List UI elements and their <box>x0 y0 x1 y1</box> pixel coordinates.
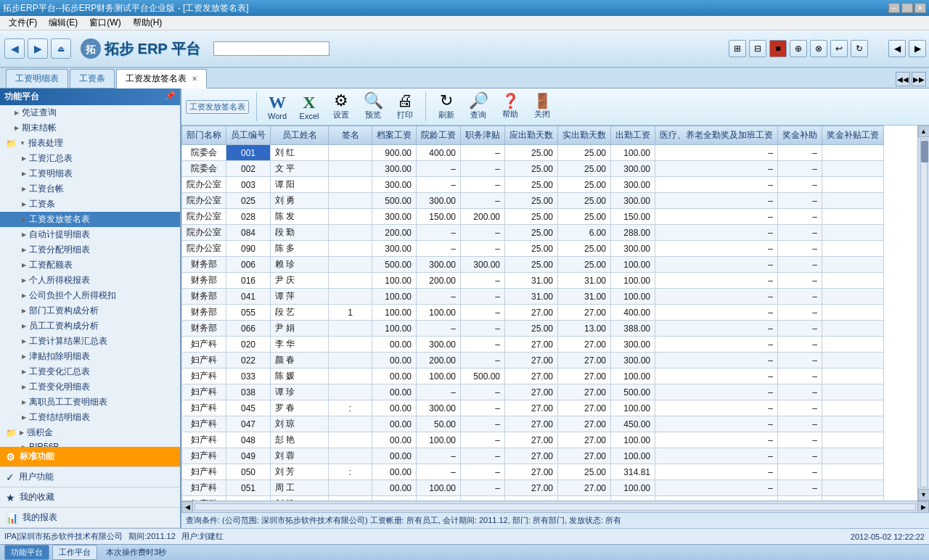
tree-item-mpf[interactable]: 📁 ▶ 强积金 <box>0 425 180 440</box>
menu-help[interactable]: 帮助(H) <box>127 15 168 30</box>
table-row[interactable]: 妇产科049刘 蓉00.00––27.0027.00100.00–– <box>182 448 884 464</box>
address-input[interactable] <box>213 41 330 56</box>
table-cell: 1 <box>329 305 372 321</box>
scroll-thumb[interactable] <box>921 141 928 162</box>
close-button[interactable]: ✕ <box>914 3 926 13</box>
help-button[interactable]: ❓ 帮助 <box>497 92 523 121</box>
table-row[interactable]: 财务部055段 艺1100.00100.00–27.0027.00400.00–… <box>182 305 884 321</box>
table-row[interactable]: 妇产科045罗 春:00.00300.00–27.0027.00100.00–– <box>182 400 884 416</box>
search-button[interactable]: 🔎 查询 <box>465 91 491 122</box>
home-button[interactable]: ⏏ <box>51 38 71 59</box>
table-row[interactable]: 院办公室028陈 发300.00150.00200.0025.0025.0015… <box>182 209 884 225</box>
excel-button[interactable]: X Excel <box>296 92 322 122</box>
table-scroll[interactable]: 部门名称 员工编号 员工姓名 签名 档案工资 院龄工资 职务津贴 应出勤天数 实… <box>181 125 917 501</box>
back-button[interactable]: ◀ <box>4 38 25 59</box>
toolbar-icon-9[interactable]: ▶ <box>909 40 926 57</box>
tree-item-dept-analysis[interactable]: ▶ 部门工资构成分析 <box>0 303 180 318</box>
platform-tab[interactable]: 功能平台 <box>4 545 49 560</box>
tab-close-button[interactable]: ✕ <box>192 75 197 83</box>
scroll-down-button[interactable]: ▼ <box>918 489 930 501</box>
table-row[interactable]: 妇产科047刘 琼00.0050.00–27.0027.00450.00–– <box>182 416 884 432</box>
sidebar-user-functions[interactable]: ✓ 用户功能 <box>0 467 180 487</box>
tree-item-tax[interactable]: ▶ 个人所得税报表 <box>0 273 180 288</box>
table-row[interactable]: 财务部041谭 萍100.00––31.0031.00100.00–– <box>182 289 884 305</box>
table-row[interactable]: 院办公室084段 勤200.00––25.006.00288.00–– <box>182 225 884 241</box>
toolbar-icon-8[interactable]: ◀ <box>888 40 906 57</box>
forward-button[interactable]: ▶ <box>28 38 48 59</box>
table-row[interactable]: 财务部006赖 珍500.00300.00300.0025.0025.00100… <box>182 257 884 273</box>
toolbar-icon-6[interactable]: ↩ <box>830 40 848 57</box>
scroll-up-button[interactable]: ▲ <box>918 125 930 137</box>
tree-item-resign[interactable]: ▶ 离职员工工资明细表 <box>0 395 180 410</box>
table-cell: 财务部 <box>182 257 226 273</box>
tree-item-report[interactable]: 📁 ▼ 报表处理 <box>0 136 180 151</box>
tree-item-change-detail[interactable]: ▶ 工资变化明细表 <box>0 379 180 395</box>
table-row[interactable]: 妇产科050刘 芳:00.00––27.0025.00314.81–– <box>182 464 884 480</box>
table-row[interactable]: 妇产科048彭 艳00.00100.00–27.0027.00100.00–– <box>182 432 884 448</box>
scroll-track[interactable] <box>920 139 928 487</box>
table-row[interactable]: 院办公室025刘 勇500.00300.00–25.0025.00300.00–… <box>182 193 884 209</box>
horizontal-scrollbar[interactable]: ◀ ▶ <box>181 501 929 512</box>
tree-item-emp-analysis[interactable]: ▶ 员工工资构成分析 <box>0 318 180 334</box>
menu-window[interactable]: 窗口(W) <box>83 15 126 30</box>
tree-item-subsidy[interactable]: ▶ 津贴扣除明细表 <box>0 349 180 364</box>
tree-item-auto[interactable]: ▶ 自动计提明细表 <box>0 227 180 242</box>
sidebar-favorites[interactable]: ★ 我的收藏 <box>0 487 180 508</box>
vertical-scrollbar[interactable]: ▲ ▼ <box>917 125 929 501</box>
minimize-button[interactable]: ─ <box>888 3 900 13</box>
table-row[interactable]: 院委会001刘 红900.00400.00–25.0025.00100.00–– <box>182 145 884 161</box>
table-row[interactable]: 财务部016尹 庆100.00200.00–31.0031.00100.00–– <box>182 273 884 289</box>
tree-item-quota[interactable]: ▶ 工资配额表 <box>0 258 180 273</box>
workspace-tab[interactable]: 工作平台 <box>52 545 97 560</box>
table-row[interactable]: 妇产科020李 华00.00300.00–27.0027.00300.00–– <box>182 337 884 353</box>
preview-button[interactable]: 🔍 预览 <box>360 91 386 122</box>
menu-edit[interactable]: 编辑(E) <box>43 15 83 30</box>
tree-item-sign[interactable]: ▶ 工资发放签名表 <box>0 212 180 227</box>
tree-item-ledger[interactable]: ▶ 工资台帐 <box>0 181 180 197</box>
sidebar-my-reports[interactable]: 📊 我的报表 <box>0 508 180 528</box>
toolbar-icon-7[interactable]: ↻ <box>851 40 868 57</box>
close-func-button[interactable]: 🚪 关闭 <box>529 92 555 121</box>
tab-salary-detail[interactable]: 工资明细表 <box>6 69 68 88</box>
h-scroll-track[interactable] <box>195 503 916 511</box>
table-row[interactable]: 妇产科051周 工00.00100.00–27.0027.00100.00–– <box>182 480 884 496</box>
tab-nav-right[interactable]: ▶▶ <box>912 72 926 86</box>
tree-item-voucher[interactable]: ▶ 凭证查询 <box>0 105 180 120</box>
table-cell: – <box>417 161 461 177</box>
tree-item-bir56b[interactable]: ▶ BIR56B <box>0 440 180 447</box>
tree-item-summary-detail[interactable]: ▶ 工资结结明细表 <box>0 410 180 425</box>
toolbar-icon-4[interactable]: ⊕ <box>790 40 807 57</box>
tree-item-slip[interactable]: ▶ 工资条 <box>0 197 180 212</box>
toolbar-icon-5[interactable]: ⊗ <box>810 40 827 57</box>
toolbar-icon-1[interactable]: ⊞ <box>729 40 746 57</box>
tree-item-dist[interactable]: ▶ 工资分配明细表 <box>0 242 180 258</box>
word-button[interactable]: W Word <box>264 92 290 122</box>
tab-salary-slip[interactable]: 工资条 <box>70 69 115 88</box>
tree-item-salary-summary[interactable]: ▶ 工资汇总表 <box>0 151 180 166</box>
tree-item-salary-detail[interactable]: ▶ 工资明细表 <box>0 166 180 181</box>
refresh-button[interactable]: ↻ 刷新 <box>433 91 459 122</box>
table-row[interactable]: 院办公室003谭 阳300.00––25.0025.00300.00–– <box>182 177 884 193</box>
tree-item-close[interactable]: ▶ 期末结帐 <box>0 120 180 136</box>
scroll-right-button[interactable]: ▶ <box>917 501 929 513</box>
print-button[interactable]: 🖨 打印 <box>392 91 418 122</box>
tab-salary-sign[interactable]: 工资发放签名表 ✕ <box>116 69 207 88</box>
tree-item-change-summary[interactable]: ▶ 工资变化汇总表 <box>0 364 180 379</box>
sidebar-standard-functions[interactable]: ⚙ 标准功能 <box>0 447 180 467</box>
toolbar-icon-3[interactable]: ■ <box>769 40 787 57</box>
menu-file[interactable]: 文件(F) <box>3 15 43 30</box>
tree-item-calc-result[interactable]: ▶ 工资计算结果汇总表 <box>0 334 180 349</box>
table-row[interactable]: 院委会002文 平300.00––25.0025.00300.00–– <box>182 161 884 177</box>
settings-button[interactable]: ⚙ 设置 <box>328 91 354 122</box>
table-row[interactable]: 妇产科022颜 春00.00200.00–27.0027.00300.00–– <box>182 353 884 368</box>
table-row[interactable]: 财务部066尹 娟100.00––25.0013.00388.00–– <box>182 321 884 337</box>
sidebar-pin[interactable]: 📌 <box>165 91 176 103</box>
tab-nav-left[interactable]: ◀◀ <box>896 72 910 86</box>
table-row[interactable]: 妇产科033陈 媛00.00100.00500.0027.0027.00100.… <box>182 368 884 384</box>
toolbar-icon-2[interactable]: ⊟ <box>749 40 766 57</box>
maximize-button[interactable]: □ <box>901 3 913 13</box>
table-row[interactable]: 院办公室090陈 多300.00––25.0025.00300.00–– <box>182 241 884 257</box>
table-row[interactable]: 妇产科038谭 珍00.00––27.0027.00500.00–– <box>182 384 884 400</box>
tree-item-company-tax[interactable]: ▶ 公司负担个人所得税扣 <box>0 288 180 303</box>
scroll-left-button[interactable]: ◀ <box>181 501 193 513</box>
